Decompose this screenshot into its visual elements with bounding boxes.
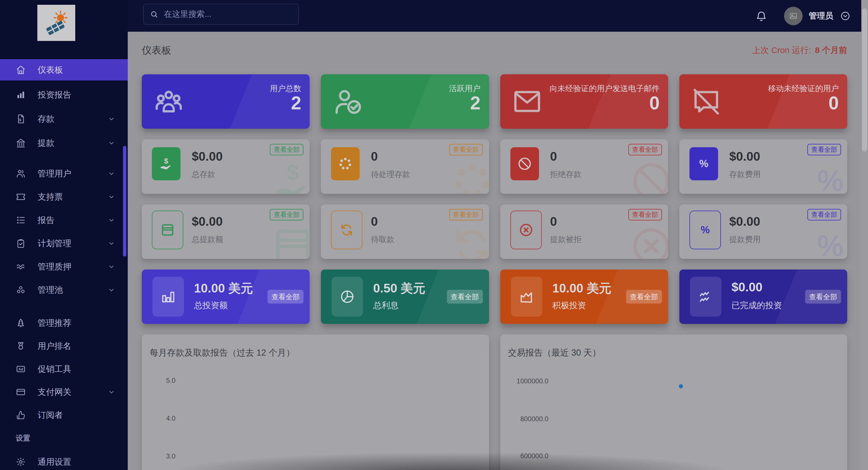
spinner-watermark-icon xyxy=(448,157,489,194)
sidebar-item-label: 投资报告 xyxy=(38,89,71,101)
page-title: 仪表板 xyxy=(142,44,171,57)
page-scrollbar-thumb[interactable] xyxy=(862,8,867,152)
sidebar-item-13[interactable]: 支付网关 xyxy=(0,381,128,403)
topbar: 管理员 xyxy=(128,0,861,32)
stat-card-deposit-row-2: 0拒绝存款查看全部 xyxy=(500,139,668,194)
hero-card-1[interactable]: 活跃用户2 xyxy=(321,74,489,129)
stat-value: 0 xyxy=(371,214,378,229)
view-all-badge[interactable]: 查看全部 xyxy=(268,290,304,304)
monthly-report-chart-card: 每月存款及取款报告（过去 12 个月） 5.0 4.0 3.0 xyxy=(142,335,489,470)
view-all-badge[interactable]: 查看全部 xyxy=(628,144,662,155)
sidebar-item-5[interactable]: 支持票 xyxy=(0,186,128,207)
sidebar-item-14[interactable]: 订阅者 xyxy=(0,404,128,426)
y-tick: 4.0 xyxy=(142,414,176,422)
stat-label: 待处理存款 xyxy=(371,169,410,180)
sidebar-item-4[interactable]: 管理用户 xyxy=(0,163,128,184)
view-all-badge[interactable]: 查看全部 xyxy=(449,209,483,221)
sidebar-item-11[interactable]: 用户排名 xyxy=(0,335,128,357)
view-all-badge[interactable]: 查看全部 xyxy=(270,209,304,221)
invest-card-2[interactable]: 10.00 美元积极投资查看全部 xyxy=(500,269,668,324)
chevron-down-icon xyxy=(107,216,115,224)
sidebar-item-3[interactable]: 提款 xyxy=(0,132,128,154)
view-all-badge[interactable]: 查看全部 xyxy=(628,209,662,221)
sidebar-item-12[interactable]: Ad促销工具 xyxy=(0,358,128,380)
search-box[interactable] xyxy=(143,4,299,25)
sidebar-item-6[interactable]: 报告 xyxy=(0,209,128,231)
hand-dollar-icon: $ xyxy=(152,147,181,180)
view-all-badge[interactable]: 查看全部 xyxy=(805,290,841,304)
percent-watermark-icon: % xyxy=(807,223,847,259)
sidebar-item-2[interactable]: $存款 xyxy=(0,108,128,130)
search-icon xyxy=(150,10,158,19)
sidebar-item-label: 支付网关 xyxy=(38,387,71,398)
hero-card-label: 用户总数 xyxy=(270,83,301,94)
percent-icon: % xyxy=(689,211,721,249)
cron-value: 8 个月前 xyxy=(815,45,847,55)
view-all-badge[interactable]: 查看全部 xyxy=(447,290,483,304)
view-all-badge[interactable]: 查看全部 xyxy=(807,144,841,155)
svg-text:$: $ xyxy=(164,157,168,165)
stat-label: 拒绝存款 xyxy=(550,169,582,180)
chart-title: 交易报告（最近 30 天） xyxy=(508,347,601,359)
data-point[interactable] xyxy=(679,384,683,389)
avatar[interactable] xyxy=(784,7,803,25)
deposit-cards-row: $$0.00总存款查看全部$0待处理存款查看全部0拒绝存款查看全部%$0.00存… xyxy=(142,139,847,194)
search-input[interactable] xyxy=(163,9,292,19)
view-all-badge[interactable]: 查看全部 xyxy=(449,144,483,155)
stat-label: 总存款 xyxy=(192,169,215,180)
y-tick: 3.0 xyxy=(142,452,176,460)
solar-sun-logo-icon xyxy=(42,9,70,37)
list-icon xyxy=(16,215,26,225)
pie-chart-icon xyxy=(332,277,363,316)
sidebar-item-0[interactable]: 仪表板 xyxy=(0,59,128,80)
stat-label: 待取款 xyxy=(371,234,395,245)
chevron-down-icon xyxy=(107,170,115,177)
stat-value: 0 xyxy=(550,214,557,229)
stat-value: $0.00 xyxy=(192,214,223,229)
view-all-badge[interactable]: 查看全部 xyxy=(270,144,304,155)
y-tick: 800000.0 xyxy=(500,415,549,423)
hero-card-label: 向未经验证的用户发送电子邮件 xyxy=(550,83,660,94)
card-lines-icon xyxy=(152,211,183,249)
sidebar-item-7[interactable]: 计划管理 xyxy=(0,233,128,254)
y-tick: 1000000.0 xyxy=(500,377,549,385)
bar-chart-icon xyxy=(152,277,184,316)
sidebar-item-8[interactable]: 管理质押 xyxy=(0,256,128,277)
invest-card-3[interactable]: $0.00已完成的投资查看全部 xyxy=(679,269,847,324)
sidebar-item-label: 计划管理 xyxy=(38,238,71,249)
invest-card-1[interactable]: 0.50 美元总利息查看全部 xyxy=(321,269,489,324)
chevron-down-icon xyxy=(107,263,115,271)
sidebar-scrollbar[interactable] xyxy=(123,146,126,257)
stat-value: $0.00 xyxy=(192,149,223,164)
notifications-bell-icon[interactable] xyxy=(755,10,767,22)
hero-card-3[interactable]: 移动未经验证的用户0 xyxy=(679,74,847,129)
waves-icon xyxy=(16,262,26,272)
sidebar-item-label: 管理用户 xyxy=(38,168,71,179)
hero-card-2[interactable]: 向未经验证的用户发送电子邮件0 xyxy=(500,74,668,129)
hero-card-0[interactable]: 用户总数2 xyxy=(142,74,310,129)
sidebar-item-15[interactable]: 通用设置 xyxy=(0,451,128,470)
sidebar-item-label: 通用设置 xyxy=(38,456,71,468)
view-all-badge[interactable]: 查看全部 xyxy=(626,290,662,304)
hero-card-value: 0 xyxy=(829,92,839,113)
transaction-report-chart-card: 交易报告（最近 30 天） 1000000.0 800000.0 600000.… xyxy=(500,335,847,470)
stat-label: 存款费用 xyxy=(729,169,761,180)
tree-icon xyxy=(16,318,26,328)
sidebar-item-9[interactable]: 管理池 xyxy=(0,279,128,301)
sidebar-item-1[interactable]: 投资报告 xyxy=(0,84,128,105)
user-name: 管理员 xyxy=(809,10,833,22)
stat-card-withdraw-row-2: 0提款被拒查看全部 xyxy=(500,204,668,259)
stat-label: 总提款额 xyxy=(192,234,223,245)
svg-text:%: % xyxy=(699,158,708,169)
refresh-watermark-icon xyxy=(448,223,489,259)
view-all-badge[interactable]: 查看全部 xyxy=(807,209,841,221)
brand-logo[interactable] xyxy=(37,5,75,41)
sidebar-item-10[interactable]: 管理推荐 xyxy=(0,312,128,334)
svg-text:Ad: Ad xyxy=(19,367,23,371)
invest-card-label: 总利息 xyxy=(373,300,398,311)
bank-icon xyxy=(16,138,26,148)
svg-text:%: % xyxy=(817,164,844,194)
user-menu-chevron-icon[interactable] xyxy=(840,11,850,21)
page-scrollbar[interactable] xyxy=(861,0,868,470)
invest-card-0[interactable]: 10.00 美元总投资额查看全部 xyxy=(142,269,310,324)
